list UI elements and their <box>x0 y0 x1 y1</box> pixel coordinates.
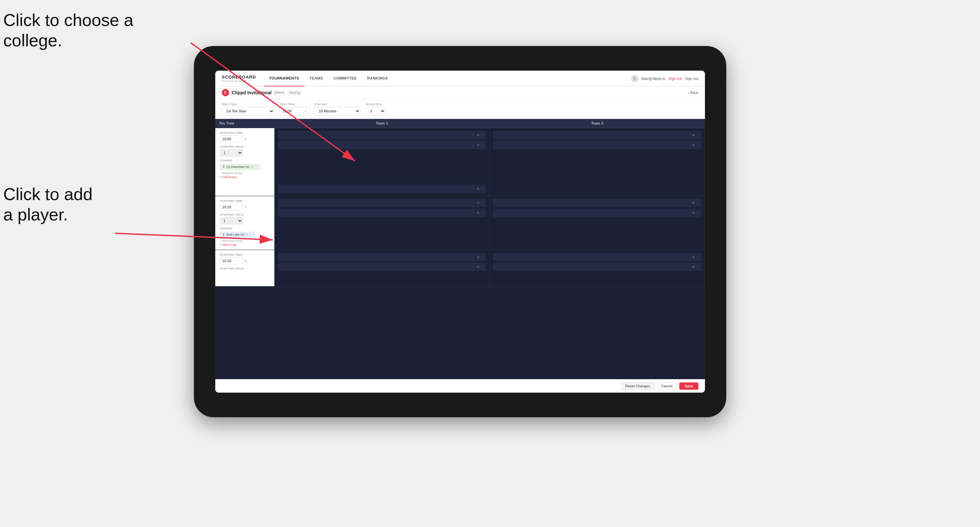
player-dots-3[interactable]: ⋮ <box>696 133 699 137</box>
player-row-2-t2-1[interactable]: ✕ ⋮ <box>493 199 701 207</box>
player-dots-1[interactable]: ⋮ <box>481 133 484 137</box>
player-row-3-t1-2[interactable]: ✕ ⋮ <box>278 262 486 271</box>
team1-course-row-1: ✕ ⋮ <box>274 182 490 196</box>
save-button[interactable]: Save <box>679 383 698 390</box>
team1-cell-1: ✕ ⋮ ✕ ⋮ <box>274 128 490 182</box>
group-size-select[interactable]: 3 <box>366 107 385 115</box>
start-type-label: Start Type <box>222 103 274 106</box>
player-x-2[interactable]: ✕ <box>477 143 479 147</box>
back-button[interactable]: ‹ Back <box>688 90 698 95</box>
player-x-4[interactable]: ✕ <box>692 143 695 147</box>
player-row-3-t2-1[interactable]: ✕ ⋮ <box>493 252 701 261</box>
start-type-select[interactable]: 1st Tee Start <box>222 107 274 115</box>
player-row-2-t1-1[interactable]: ✕ ⋮ <box>278 199 486 207</box>
player-row-1-t1-1[interactable]: ✕ ⋮ <box>278 131 486 139</box>
course-icon-1: 🏌 <box>222 165 226 168</box>
course-remove-1[interactable]: ✕ <box>251 165 254 168</box>
starting-hole-label-2: STARTING HOLE: <box>220 213 269 216</box>
time-input-3[interactable] <box>220 257 243 265</box>
schedule-row-2: STARTING TIME: ⏱ STARTING HOLE: 1 COURSE… <box>215 196 705 250</box>
player-dots-5[interactable]: ⋮ <box>481 201 484 205</box>
nav-rankings[interactable]: RANKINGS <box>362 71 393 86</box>
course-icon-2: 🏌 <box>222 233 226 236</box>
starting-hole-label-1: STARTING HOLE: <box>220 145 269 148</box>
course-remove-2[interactable]: ✕ <box>246 233 248 236</box>
player-x-11[interactable]: ✕ <box>692 255 695 259</box>
player-x-1[interactable]: ✕ <box>477 133 479 137</box>
action-links-1: ○ Remove Group + Add Group <box>220 171 269 179</box>
annotation-choose-college: Click to choose acollege. <box>3 10 134 51</box>
time-input-1[interactable] <box>220 135 243 143</box>
cancel-button[interactable]: Cancel <box>657 382 677 390</box>
logo-title: SCOREBOARD <box>222 75 256 79</box>
hole-select-1[interactable]: 1 <box>220 149 243 156</box>
player-dots-12[interactable]: ⋮ <box>696 265 699 269</box>
user-email: blair@clippd.io <box>641 76 665 81</box>
player-row-1-t2-2[interactable]: ✕ ⋮ <box>493 141 701 149</box>
team2-cell-1: ✕ ⋮ ✕ ⋮ <box>490 128 705 182</box>
course-player-row-1[interactable]: ✕ ⋮ <box>278 185 486 193</box>
group-size-group: Group Size 3 <box>366 103 385 115</box>
player-row-2-t1-2[interactable]: ✕ ⋮ <box>278 209 486 217</box>
tournament-title: Clippd Invitational <box>232 90 272 95</box>
player-x-9[interactable]: ✕ <box>477 255 479 259</box>
player-dots-10[interactable]: ⋮ <box>481 265 484 269</box>
hole-select-2[interactable]: 1 <box>220 217 243 224</box>
player-x-5[interactable]: ✕ <box>477 201 479 205</box>
nav-committee[interactable]: COMMITTEE <box>328 71 362 86</box>
player-row-2-t2-2[interactable]: ✕ ⋮ <box>493 209 701 217</box>
sub-header: C Clippd Invitational (Men) Hosting ‹ Ba… <box>215 86 705 99</box>
course-label-2: COURSE: <box>220 227 269 230</box>
intervals-select[interactable]: 10 Minutes <box>315 107 361 115</box>
course-dots-1[interactable]: ⋮ <box>481 187 484 190</box>
schedule-left-3: STARTING TIME: ⏱ STARTING HOLE: <box>215 250 274 286</box>
starting-time-label-2: STARTING TIME: <box>220 200 269 202</box>
course-x-1[interactable]: ✕ <box>477 187 479 190</box>
time-input-2[interactable] <box>220 203 243 211</box>
course-name-2: East Lake GC <box>226 233 245 236</box>
player-x-12[interactable]: ✕ <box>692 265 695 269</box>
nav-bar: SCOREBOARD Powered by clippd TOURNAMENTS… <box>215 71 705 86</box>
player-dots-8[interactable]: ⋮ <box>696 211 699 214</box>
tablet-frame: SCOREBOARD Powered by clippd TOURNAMENTS… <box>194 46 726 417</box>
sign-out-link[interactable]: Sign out <box>668 76 682 81</box>
player-dots-7[interactable]: ⋮ <box>696 201 699 205</box>
player-x-7[interactable]: ✕ <box>692 201 695 205</box>
hosting-badge: Hosting <box>287 90 302 95</box>
player-row-3-t1-1[interactable]: ✕ ⋮ <box>278 252 486 261</box>
schedule-section-2: STARTING TIME: ⏱ STARTING HOLE: 1 COURSE… <box>215 196 705 250</box>
remove-group-1[interactable]: ○ Remove Group <box>220 171 269 175</box>
player-dots-4[interactable]: ⋮ <box>696 143 699 147</box>
add-group-2[interactable]: + Add Group <box>220 243 269 246</box>
nav-teams[interactable]: TEAMS <box>304 71 328 86</box>
schedule-section-3: STARTING TIME: ⏱ STARTING HOLE: ✕ ⋮ <box>215 250 705 286</box>
remove-group-2[interactable]: ○ Remove Group <box>220 239 269 243</box>
course-edit-2[interactable]: ⋮ <box>250 233 252 236</box>
main-content[interactable]: STARTING TIME: ⏱ STARTING HOLE: 1 COURSE… <box>215 128 705 379</box>
player-dots-11[interactable]: ⋮ <box>696 255 699 259</box>
player-row-1-t2-1[interactable]: ✕ ⋮ <box>493 131 701 139</box>
player-row-1-t1-2[interactable]: ✕ ⋮ <box>278 141 486 149</box>
player-x-10[interactable]: ✕ <box>477 265 479 269</box>
course-tag-2: 🏌 East Lake GC ✕ ⋮ <box>220 232 255 237</box>
sign-out-text[interactable]: Sign out <box>685 76 698 81</box>
sub-header-left: C Clippd Invitational (Men) Hosting <box>222 89 302 96</box>
reset-button[interactable]: Reset Changes <box>621 382 654 390</box>
player-dots-6[interactable]: ⋮ <box>481 211 484 214</box>
player-dots-9[interactable]: ⋮ <box>481 255 484 259</box>
action-links-2: ○ Remove Group + Add Group <box>220 239 269 246</box>
add-group-1[interactable]: + Add Group <box>220 175 269 179</box>
course-edit-1[interactable]: ⋮ <box>255 165 258 168</box>
player-x-6[interactable]: ✕ <box>477 211 479 214</box>
intervals-label: Intervals <box>315 103 361 106</box>
start-time-group: Start Time ⏱ <box>280 103 309 115</box>
clock-icon: ⏱ <box>304 110 307 113</box>
schedule-left-1: STARTING TIME: ⏱ STARTING HOLE: 1 COURSE… <box>215 128 274 182</box>
player-x-8[interactable]: ✕ <box>692 211 695 214</box>
player-dots-2[interactable]: ⋮ <box>481 143 484 147</box>
nav-tournaments[interactable]: TOURNAMENTS <box>264 71 304 86</box>
team2-course-row-1 <box>490 182 705 196</box>
start-time-label: Start Time <box>280 103 309 106</box>
player-x-3[interactable]: ✕ <box>692 133 695 137</box>
player-row-3-t2-2[interactable]: ✕ ⋮ <box>493 262 701 271</box>
